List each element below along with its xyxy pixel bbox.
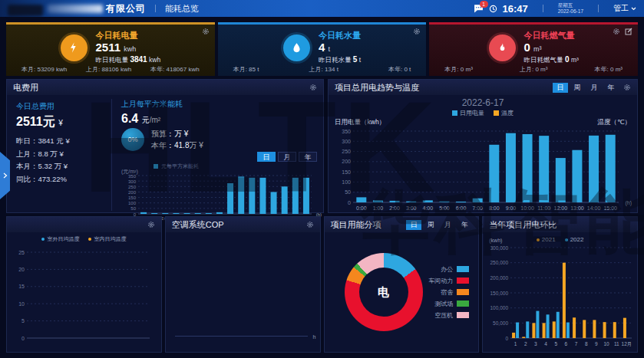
legend-swatch (452, 110, 457, 116)
kpi-card-water: 今日耗水量 4 t 昨日耗水量 5 t 本月: 85 t 上月: 134 t 本… (218, 22, 427, 76)
svg-text:150: 150 (342, 169, 351, 175)
tab-week[interactable]: 周 (423, 220, 438, 230)
user-menu[interactable]: 管工 (613, 3, 636, 14)
legend-label: 室外日均温度 (47, 235, 79, 243)
cost-row-month: 本月：5.32 万 ¥ (16, 160, 111, 173)
svg-text:6: 6 (565, 341, 568, 347)
legend-label: 车间动力 (428, 275, 453, 287)
legend-swatch (457, 278, 469, 284)
bottom-row: 室外日均温度 室内日均温度 0510152025 空调系统COP h 项目用能分… (6, 216, 638, 353)
svg-text:2: 2 (524, 341, 527, 347)
legend-swatch (457, 312, 469, 318)
legend-dot (41, 238, 45, 241)
nav-energy-overview[interactable]: 能耗总览 (165, 3, 199, 15)
settings-icon[interactable] (202, 28, 210, 35)
energy-dashboard: 有限公司 能耗总览 1 16:47 星期五 2022-06-17 (0, 0, 644, 358)
legend-dot (537, 238, 540, 241)
svg-text:4: 4 (545, 341, 548, 347)
settings-icon[interactable] (147, 221, 155, 228)
edit-icon[interactable] (625, 28, 632, 35)
legend-dot (88, 238, 91, 241)
kpi-title: 今日耗水量 (319, 30, 361, 41)
tab-week[interactable]: 周 (570, 83, 585, 93)
svg-text:13:00: 13:00 (570, 205, 584, 211)
chart-date: 2022-6-17 (329, 97, 637, 108)
today-cost-unit: ¥ (58, 119, 63, 127)
svg-text:100: 100 (342, 179, 351, 185)
energy-donut-chart: 电 (345, 253, 423, 331)
legend-label: 宿舍 (441, 287, 453, 298)
y-axis-unit: (元/m²) (121, 168, 138, 176)
x-axis-line (175, 336, 308, 337)
budget-label: 预算：万 ¥ (151, 128, 203, 140)
settings-icon[interactable] (413, 28, 421, 35)
panel-title: 当年项目用电环比 (489, 219, 556, 231)
kpi-title: 今日耗电量 (96, 30, 161, 41)
panel-ac-cop: 空调系统COP h (165, 216, 321, 353)
svg-text:0: 0 (506, 336, 509, 341)
settings-icon[interactable] (309, 84, 317, 91)
svg-text:12月: 12月 (622, 341, 632, 347)
stat-month: 本月: 0 m³ (444, 65, 472, 74)
svg-text:4:00: 4:00 (423, 205, 434, 211)
sqm-value: 6.4 (121, 112, 138, 125)
svg-text:11: 11 (614, 341, 619, 347)
yesterday-unit: kwh (149, 56, 160, 64)
legend-label: 2021 (542, 236, 556, 243)
panel-daily-temperature: 室外日均温度 室内日均温度 0510152025 (6, 216, 162, 353)
yesterday-value: 0 (565, 55, 570, 64)
legend-swatch (457, 301, 469, 307)
svg-text:150,000: 150,000 (490, 291, 509, 296)
sqm-unit: 元/m² (142, 116, 160, 124)
kpi-unit: t (328, 45, 330, 53)
notification-badge: 1 (480, 1, 488, 8)
svg-text:15:00: 15:00 (603, 205, 617, 211)
company-logo (48, 5, 103, 13)
panel-energy-breakdown: 项目用能分项 日 周 月 年 电 办公 车间动力 宿舍 测试场 (324, 216, 480, 353)
svg-text:250: 250 (342, 149, 351, 154)
legend-swatch (457, 289, 469, 295)
panel-electricity-cost: 电费用 今日总费用 2511元 ¥ 昨日：3841 元 ¥ 上月：8.8 万 ¥… (6, 79, 324, 213)
tab-month[interactable]: 月 (440, 220, 455, 230)
svg-text:9: 9 (595, 341, 598, 347)
settings-icon[interactable] (613, 28, 620, 35)
svg-text:7: 7 (575, 341, 578, 347)
tab-day[interactable]: 日 (553, 83, 568, 93)
tab-year[interactable]: 年 (603, 83, 619, 93)
lightning-icon (68, 41, 80, 54)
messages-button[interactable]: 1 (474, 4, 484, 13)
svg-text:1:00: 1:00 (373, 205, 384, 211)
cost-row-yoy: 同比：473.22% (16, 173, 111, 186)
svg-text:8:00: 8:00 (489, 205, 500, 211)
budget-progress-gauge: 0% (121, 128, 144, 151)
panel-yearly-comparison: 当年项目用电环比 (kwh) 2021 2022 050,000100,0001… (482, 216, 638, 353)
svg-text:200,000: 200,000 (490, 275, 509, 281)
svg-text:2:00: 2:00 (389, 205, 400, 211)
tab-year[interactable]: 年 (299, 152, 317, 162)
cost-period-tabs: 日 月 年 (121, 152, 317, 162)
svg-text:5: 5 (555, 341, 558, 347)
yesterday-unit: t (359, 56, 361, 64)
gas-icon-circle (489, 34, 516, 61)
svg-text:9:00: 9:00 (506, 205, 517, 211)
svg-text:150: 150 (128, 195, 137, 200)
kpi-unit: kwh (124, 45, 136, 53)
y-axis-unit: (kwh) (489, 238, 502, 243)
yesterday-label: 昨日耗燃气量 (524, 56, 563, 64)
tab-year[interactable]: 年 (457, 220, 472, 230)
settings-icon[interactable] (623, 84, 631, 91)
yesterday-unit: m³ (571, 56, 579, 64)
svg-text:5: 5 (21, 318, 25, 324)
yesterday-label: 昨日耗电量 (96, 56, 129, 64)
svg-text:10:00: 10:00 (520, 205, 534, 211)
yearly-legend: 2021 2022 (483, 236, 637, 243)
kpi-unit: m³ (533, 45, 542, 53)
legend-label: 空压机 (434, 310, 453, 321)
settings-icon[interactable] (306, 221, 314, 228)
donut-center-label: 电 (359, 268, 408, 317)
tab-day[interactable]: 日 (406, 220, 421, 230)
tab-month[interactable]: 月 (586, 83, 602, 93)
tab-day[interactable]: 日 (257, 152, 276, 162)
flame-icon (497, 42, 508, 54)
tab-month[interactable]: 月 (278, 152, 296, 162)
